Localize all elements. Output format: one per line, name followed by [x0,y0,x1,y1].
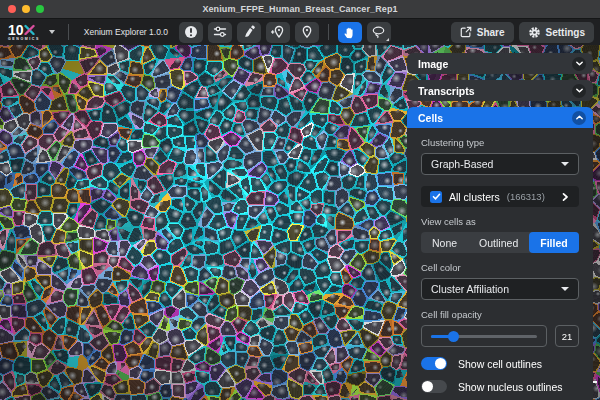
check-icon [432,192,441,201]
lasso-icon [371,25,386,39]
zoom-window-button[interactable] [36,5,44,13]
settings-button[interactable]: Settings [519,22,594,43]
clustering-type-label: Clustering type [421,137,579,148]
lasso-tool-button[interactable] [367,22,391,43]
logo-genomics-text: GENOMICS [8,38,40,42]
nucleus-outlines-row: Show nucleus outlines [421,380,579,393]
share-button[interactable]: Share [451,22,514,43]
chevron-down-icon[interactable] [572,57,586,71]
display-settings-button[interactable] [208,22,232,43]
landmark-button[interactable] [295,22,319,43]
slider-track[interactable] [431,335,537,338]
cell-color-select[interactable]: Cluster Affiliation [421,278,579,300]
view-option-none[interactable]: None [421,232,468,253]
pin-icon [300,25,314,39]
lasso-menu-indicator [386,38,389,41]
view-cells-segmented-control: None Outlined Filled [421,232,579,253]
brush-tool-button[interactable] [237,22,261,43]
add-landmark-button[interactable] [266,22,290,43]
fill-opacity-row: 21 [421,325,579,347]
toolbar-divider [328,24,329,40]
all-clusters-row[interactable]: All clusters (166313) [421,186,579,207]
cell-color-label: Cell color [421,262,579,273]
toolbar-divider [68,24,69,40]
all-clusters-label: All clusters [449,191,500,203]
clustering-type-select[interactable]: Graph-Based [421,153,579,175]
chevron-down-icon[interactable] [572,84,586,98]
section-cells-card: Cells Clustering type Graph-Based All cl… [407,107,593,400]
fill-opacity-value[interactable]: 21 [555,325,579,347]
share-label: Share [477,27,505,38]
cell-color-value: Cluster Affiliation [431,283,509,295]
logo-10-text: 10 [8,23,24,37]
select-caret-icon [561,162,569,166]
all-clusters-checkbox[interactable] [430,191,442,203]
app-version: Xenium Explorer 1.0.0 [84,27,168,37]
section-transcripts[interactable]: Transcripts [407,80,593,101]
view-option-filled[interactable]: Filled [529,232,578,253]
control-panel: Image Transcripts Cells Clustering type [407,53,593,400]
section-image-label: Image [418,58,448,70]
brush-icon [242,25,256,39]
adjustments-icon [213,25,227,39]
settings-label: Settings [546,27,585,38]
close-window-button[interactable] [8,5,16,13]
slider-thumb[interactable] [448,331,459,342]
add-pin-icon [270,25,285,39]
hand-tool-button[interactable] [338,22,362,43]
cell-outlines-row: Show cell outlines [421,357,579,370]
titlebar: Xenium_FFPE_Human_Breast_Cancer_Rep1 [0,0,600,19]
info-icon [184,25,198,39]
fill-opacity-slider[interactable] [421,325,547,347]
show-cell-outlines-toggle[interactable] [421,357,447,370]
view-option-outlined[interactable]: Outlined [468,232,529,253]
info-button[interactable] [179,22,203,43]
toolbar: 10 GENOMICS Xenium Explorer 1.0.0 [0,19,600,45]
tenx-logo[interactable]: 10 GENOMICS [8,23,40,42]
chevron-right-icon[interactable] [560,188,570,206]
window-title: Xenium_FFPE_Human_Breast_Cancer_Rep1 [0,4,600,14]
cells-panel-body: Clustering type Graph-Based All clusters… [407,128,593,400]
section-transcripts-label: Transcripts [418,85,475,97]
logo-x-icon [24,24,35,35]
section-cells[interactable]: Cells [407,107,593,128]
all-clusters-count: (166313) [507,191,545,202]
section-image[interactable]: Image [407,53,593,74]
logo-menu-caret-icon[interactable] [49,30,55,34]
show-nucleus-outlines-label: Show nucleus outlines [458,381,562,393]
share-icon [460,26,472,38]
gear-icon [528,26,541,39]
select-caret-icon [561,287,569,291]
clustering-type-value: Graph-Based [431,158,493,170]
fill-opacity-label: Cell fill opacity [421,309,579,320]
hand-icon [343,26,356,39]
chevron-up-icon[interactable] [572,111,586,125]
show-nucleus-outlines-toggle[interactable] [421,380,447,393]
minimize-window-button[interactable] [22,5,30,13]
show-cell-outlines-label: Show cell outlines [458,358,542,370]
view-cells-as-label: View cells as [421,216,579,227]
section-cells-label: Cells [418,112,443,124]
app-window: Xenium_FFPE_Human_Breast_Cancer_Rep1 10 … [0,0,600,400]
